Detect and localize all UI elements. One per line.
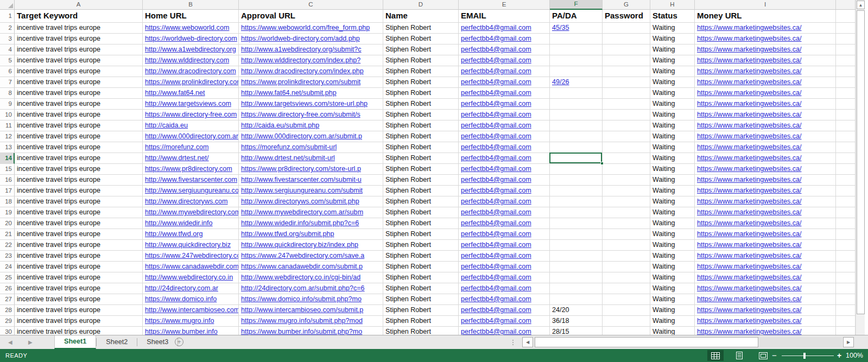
column-header-C[interactable]: C — [239, 0, 383, 10]
page-break-preview-button[interactable] — [755, 350, 771, 361]
hyperlink[interactable]: https://morefunz.com — [145, 143, 209, 151]
cell-I19[interactable]: https://www.marketingwebsites.ca/ — [695, 207, 836, 218]
hyperlink[interactable]: http://www.widedir.info/submit.php?c=6 — [241, 219, 359, 227]
scroll-left-icon[interactable]: ◀ — [522, 337, 533, 347]
hyperlink[interactable]: https://www.prolinkdirectory.com/submit — [241, 78, 360, 86]
hyperlink[interactable]: http://www.000directory.com.ar — [145, 132, 238, 140]
cell-A22[interactable]: incentive travel trips europe — [15, 240, 143, 251]
cell-B30[interactable]: https://www.bumber.info — [143, 327, 239, 335]
horizontal-scrollbar[interactable] — [534, 337, 842, 347]
cell-G19[interactable] — [603, 207, 650, 218]
cell-C23[interactable]: https://www.247webdirectory.com/save.a — [239, 251, 383, 262]
cell-B12[interactable]: http://www.000directory.com.ar — [143, 131, 239, 142]
cell-A14[interactable]: incentive travel trips europe — [15, 153, 143, 164]
hyperlink[interactable]: https://www.marketingwebsites.ca/ — [697, 274, 801, 281]
cell-A16[interactable]: incentive travel trips europe — [15, 175, 143, 186]
hyperlink[interactable]: http://24directory.com.ar — [145, 284, 218, 292]
cell-H28[interactable]: Waiting — [650, 305, 695, 316]
cell-B27[interactable]: https://www.domico.info — [143, 294, 239, 305]
column-header-E[interactable]: E — [459, 0, 550, 10]
scroll-up-icon[interactable]: ▲ — [857, 1, 865, 9]
cell-F6[interactable] — [550, 66, 603, 77]
cell-E5[interactable]: perfectbb4@gmail.com — [459, 55, 550, 66]
hyperlink[interactable]: https://www.marketingwebsites.ca/ — [697, 56, 801, 64]
cell-H27[interactable]: Waiting — [650, 294, 695, 305]
hyperlink[interactable]: perfectbb4@gmail.com — [461, 24, 531, 31]
hyperlink[interactable]: https://www.marketingwebsites.ca/ — [697, 100, 801, 107]
hyperlink[interactable]: perfectbb4@gmail.com — [461, 284, 531, 292]
hyperlink[interactable]: http://www.dracodirectory.com/index.php — [241, 67, 364, 75]
cell-F23[interactable] — [550, 251, 603, 262]
cell-I4[interactable]: https://www.marketingwebsites.ca/ — [695, 45, 836, 55]
hyperlink[interactable]: perfectbb4@gmail.com — [461, 143, 531, 151]
cell-H16[interactable]: Waiting — [650, 175, 695, 186]
cell-G6[interactable] — [603, 66, 650, 77]
cell-I11[interactable]: https://www.marketingwebsites.ca/ — [695, 120, 836, 131]
cell-C6[interactable]: http://www.dracodirectory.com/index.php — [239, 66, 383, 77]
hyperlink[interactable]: https://www.marketingwebsites.ca/ — [697, 317, 801, 325]
cell-I2[interactable]: https://www.marketingwebsites.ca/ — [695, 23, 836, 34]
cell-B14[interactable]: http://www.drtest.net/ — [143, 153, 239, 164]
cell-F5[interactable] — [550, 55, 603, 66]
cell-B8[interactable]: http://www.fat64.net — [143, 88, 239, 99]
hyperlink[interactable]: http://www.targetsviews.com — [145, 100, 231, 107]
hyperlink[interactable]: http://www.mywebdirectory.com.ar/subm — [241, 208, 363, 216]
cell-I27[interactable]: https://www.marketingwebsites.ca/ — [695, 294, 836, 305]
cell-E7[interactable]: perfectbb4@gmail.com — [459, 77, 550, 88]
hyperlink[interactable]: http://www.fat64.net — [145, 89, 205, 97]
hyperlink[interactable]: https://www.247webdirectory.com/save.a — [241, 252, 364, 259]
row-header-3[interactable]: 3 — [0, 34, 15, 45]
cell-H11[interactable]: Waiting — [650, 120, 695, 131]
hyperlink[interactable]: perfectbb4@gmail.com — [461, 230, 531, 238]
row-header-13[interactable]: 13 — [0, 142, 15, 153]
hyperlink[interactable]: http://www.000directory.com.ar/submit.p — [241, 132, 362, 140]
hyperlink[interactable]: https://www.marketingwebsites.ca/ — [697, 219, 801, 227]
hyperlink[interactable]: http://www.webdirectory.co.in — [145, 274, 233, 281]
cell-D13[interactable]: Stiphen Robert — [383, 142, 459, 153]
cell-B25[interactable]: http://www.webdirectory.co.in — [143, 272, 239, 283]
hyperlink[interactable]: https://www.marketingwebsites.ca/ — [697, 263, 801, 270]
cell-C16[interactable]: http://www.fivestarscenter.com/submit-u — [239, 175, 383, 186]
hyperlink[interactable]: perfectbb4@gmail.com — [461, 274, 531, 281]
cell-A19[interactable]: incentive travel trips europe — [15, 207, 143, 218]
cell-E12[interactable]: perfectbb4@gmail.com — [459, 131, 550, 142]
hyperlink[interactable]: perfectbb4@gmail.com — [461, 100, 531, 107]
cell-D18[interactable]: Stiphen Robert — [383, 196, 459, 207]
tab-nav-left-icon[interactable]: ◀ — [8, 335, 12, 349]
row-header-6[interactable]: 6 — [0, 66, 15, 77]
cell-H20[interactable]: Waiting — [650, 218, 695, 229]
cell-I6[interactable]: https://www.marketingwebsites.ca/ — [695, 66, 836, 77]
cell-B22[interactable]: http://www.quickdirectory.biz — [143, 240, 239, 251]
cell-D29[interactable]: Stiphen Robert — [383, 316, 459, 327]
column-header-H[interactable]: H — [650, 0, 695, 10]
cell-A10[interactable]: incentive travel trips europe — [15, 110, 143, 120]
cell-B21[interactable]: http://www.tfwd.org — [143, 229, 239, 240]
cell-D15[interactable]: Stiphen Robert — [383, 164, 459, 175]
cell-E23[interactable]: perfectbb4@gmail.com — [459, 251, 550, 262]
cell-A29[interactable]: incentive travel trips europe — [15, 316, 143, 327]
cell-H30[interactable]: Waiting — [650, 327, 695, 335]
cell-F19[interactable] — [550, 207, 603, 218]
cell-A11[interactable]: incentive travel trips europe — [15, 120, 143, 131]
hyperlink[interactable]: perfectbb4@gmail.com — [461, 165, 531, 173]
cell-A21[interactable]: incentive travel trips europe — [15, 229, 143, 240]
cell-D27[interactable]: Stiphen Robert — [383, 294, 459, 305]
hyperlink[interactable]: https://www.pr8directory.com — [145, 165, 232, 173]
cell-D24[interactable]: Stiphen Robert — [383, 262, 459, 272]
hyperlink[interactable]: http://www.drtest.net/submit-url — [241, 154, 335, 162]
hyperlink[interactable]: https://www.canadawebdir.com — [145, 263, 239, 270]
cell-F1[interactable]: PA/DA — [550, 10, 603, 23]
hyperlink[interactable]: https://worldweb-directory.com — [145, 35, 237, 42]
hyperlink[interactable]: https://www.247webdirectory.com — [145, 252, 239, 259]
cell-I25[interactable]: https://www.marketingwebsites.ca/ — [695, 272, 836, 283]
hyperlink[interactable]: https://www.prolinkdirectory.com — [145, 78, 239, 86]
row-header-28[interactable]: 28 — [0, 305, 15, 316]
cell-D4[interactable]: Stiphen Robert — [383, 45, 459, 55]
cell-G29[interactable] — [603, 316, 650, 327]
cell-I23[interactable]: https://www.marketingwebsites.ca/ — [695, 251, 836, 262]
cell-C24[interactable]: https://www.canadawebdir.com/submit.p — [239, 262, 383, 272]
hyperlink[interactable]: https://worldweb-directory.com/add.php — [241, 35, 360, 42]
cell-E24[interactable]: perfectbb4@gmail.com — [459, 262, 550, 272]
cell-A25[interactable]: incentive travel trips europe — [15, 272, 143, 283]
cell-F4[interactable] — [550, 45, 603, 55]
